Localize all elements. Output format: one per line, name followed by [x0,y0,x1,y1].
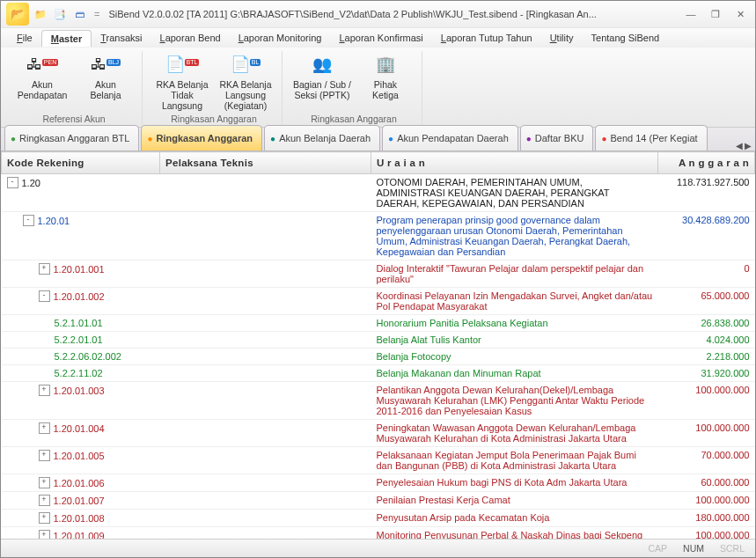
app-window: 📂 📁 📑 🗃 = SiBend V2.0.0.02 [TA 2011] G:\… [0,0,756,558]
expand-icon[interactable]: + [39,477,50,488]
row-code: 5.2.1.01.01 [55,318,103,328]
table-row[interactable]: +1.20.01.009Monitoring Penyusunan Perbal… [2,527,755,540]
row-uraian: Pelaksanaan Kegiatan Jemput Bola Penerim… [371,447,658,474]
row-pelaksana [160,261,371,288]
col-kode-rekening[interactable]: Kode Rekening [2,152,160,174]
menu-laporan-tutup-tahun[interactable]: Laporan Tutup Tahun [432,30,541,46]
people-icon: 👥 [307,51,337,77]
collapse-icon[interactable]: - [23,215,34,226]
menu-utility[interactable]: Utility [541,30,583,46]
table-row[interactable]: -1.20.01Program penerapan prinsip good g… [2,212,755,261]
table-row[interactable]: +1.20.01.006Penyelesaian Hukum bagi PNS … [2,474,755,492]
table-row[interactable]: -1.20OTONOMI DAERAH, PEMERINTAHAN UMUM, … [2,174,755,212]
status-num: NUM [683,543,704,554]
title-bar[interactable]: 📂 📁 📑 🗃 = SiBend V2.0.0.02 [TA 2011] G:\… [1,1,755,27]
row-anggaran: 100.000.000 [658,382,755,420]
menu-tentang-sibend[interactable]: Tentang SiBend [583,30,669,46]
row-uraian: Belanja Makanan dan Minuman Rapat [371,365,658,382]
qat-btn-2[interactable]: 📑 [52,6,68,22]
menu-laporan-konfirmasi[interactable]: Laporan Konfirmasi [330,30,431,46]
expand-icon[interactable]: + [39,530,50,539]
row-uraian: Dialog Interaktif "Tawuran Pelajar dalam… [371,261,658,288]
row-uraian: Koordinasi Pelayanan Izin Mengadakan Sur… [371,288,658,315]
row-pelaksana [160,315,371,332]
table-row[interactable]: -1.20.01.002Koordinasi Pelayanan Izin Me… [2,288,755,315]
org-icon: 🖧PEN [27,51,57,77]
tab-scroll-left[interactable]: ◀ [736,141,743,151]
tab-bend-14-per-kegiat[interactable]: ●Bend 14 (Per Kegiat [595,125,707,151]
table-row[interactable]: +1.20.01.008Penyusutan Arsip pada Kecama… [2,510,755,527]
doc-icon: 📄BL [231,51,261,77]
row-pelaksana [160,288,371,315]
menu-master[interactable]: Master [41,30,92,47]
expand-icon[interactable]: + [39,450,50,461]
org-icon: 🖧BLJ [91,51,121,77]
tab-daftar-bku[interactable]: ●Daftar BKU [520,125,594,151]
collapse-icon[interactable]: - [39,290,50,302]
ribbon-btn-akun-belanja[interactable]: 🖧BLJAkunBelanja [77,51,135,100]
menu-laporan-bend[interactable]: Laporan Bend [151,30,230,46]
qat-btn-1[interactable]: 📁 [33,6,48,22]
minimize-button[interactable]: — [681,9,701,20]
ribbon-btn-bagian-sub-seksi-pptk-[interactable]: 👥Bagian / Sub /Seksi (PPTK) [293,51,351,100]
menu-laporan-monitoring[interactable]: Laporan Monitoring [230,30,331,46]
row-uraian: Monitoring Penyusunan Perbal & Naskah Di… [371,527,658,540]
table-row[interactable]: 5.2.2.01.01Belanja Alat Tulis Kantor4.02… [2,332,755,349]
table-row[interactable]: +1.20.01.004Peningkatan Wawasan Anggota … [2,420,755,447]
row-anggaran: 100.000.000 [658,527,755,540]
window-title: SiBend V2.0.0.02 [TA 2011] G:\BRAJASOFT\… [108,9,681,19]
col-pelaksana-teknis[interactable]: Pelaksana Teknis [160,152,371,174]
ribbon: 🖧PENAkunPendapatan🖧BLJAkunBelanjaReferen… [1,48,755,128]
expand-icon[interactable]: + [39,422,50,434]
ribbon-btn-rka-belanja-langsung-kegiatan-[interactable]: 📄BLRKA BelanjaLangsung (Kegiatan) [217,51,275,111]
table-row[interactable]: +1.20.01.005Pelaksanaan Kegiatan Jemput … [2,447,755,474]
tab-akun-belanja-daerah[interactable]: ●Akun Belanja Daerah [264,125,380,151]
table-row[interactable]: +1.20.01.007Penilaian Prestasi Kerja Cam… [2,492,755,510]
row-pelaksana [160,447,371,474]
qat-separator: = [94,9,99,19]
app-icon[interactable]: 📂 [6,3,29,26]
collapse-icon[interactable]: - [7,177,18,188]
menu-file[interactable]: File [8,30,41,46]
row-code: 1.20.01.001 [54,264,105,275]
row-anggaran: 31.920.000 [658,365,755,382]
row-anggaran: 26.838.000 [658,315,755,332]
row-anggaran: 70.000.000 [658,447,755,474]
qat-btn-3[interactable]: 🗃 [71,6,87,22]
row-code: 5.2.2.01.01 [55,334,103,345]
tab-ringkasan-anggaran-btl[interactable]: ●Ringkasan Anggaran BTL [4,125,139,151]
row-anggaran: 118.731.927.500 [658,174,755,212]
row-code: 5.2.2.06.02.002 [55,351,121,362]
ribbon-btn-pihak-ketiga[interactable]: 🏢PihakKetiga [356,51,415,100]
row-pelaksana [160,174,371,212]
table-row[interactable]: +1.20.01.003Pelantikan Anggota Dewan Kel… [2,382,755,420]
row-anggaran: 65.000.000 [658,288,755,315]
expand-icon[interactable]: + [39,512,50,524]
ribbon-group: 👥Bagian / Sub /Seksi (PPTK)🏢PihakKetigaR… [286,51,422,127]
table-row[interactable]: 5.2.1.01.01Honorarium Panitia Pelaksana … [2,315,755,332]
ribbon-btn-rka-belanja-tidak-langsung[interactable]: 📄BTLRKA BelanjaTidak Langsung [153,51,211,111]
row-uraian: Program penerapan prinsip good governanc… [371,212,658,261]
expand-icon[interactable]: + [39,385,50,396]
expand-icon[interactable]: + [39,263,50,275]
row-pelaksana [160,212,371,261]
row-code: 1.20.01.003 [54,385,105,396]
row-uraian: Peningkatan Wawasan Anggota Dewan Kelura… [371,420,658,447]
close-button[interactable]: ✕ [730,9,750,20]
col-anggaran[interactable]: A n g g a r a n [658,152,755,174]
expand-icon[interactable]: + [39,495,50,506]
restore-button[interactable]: ❐ [706,9,725,20]
status-scrl: SCRL [720,543,745,554]
tab-akun-pendapatan-daerah[interactable]: ●Akun Pendapatan Daerah [382,125,518,151]
menu-transaksi[interactable]: Transaksi [92,30,150,46]
table-row[interactable]: 5.2.2.06.02.002Belanja Fotocopy2.218.000 [2,349,755,365]
row-uraian: OTONOMI DAERAH, PEMERINTAHAN UMUM, ADMIN… [371,174,658,212]
table-row[interactable]: 5.2.2.11.02Belanja Makanan dan Minuman R… [2,365,755,382]
tab-ringkasan-anggaran[interactable]: ●Ringkasan Anggaran [141,125,262,151]
status-cap: CAP [648,543,667,554]
ribbon-btn-akun-pendapatan[interactable]: 🖧PENAkunPendapatan [13,51,71,100]
tab-scroll-right[interactable]: ▶ [745,141,752,151]
col-uraian[interactable]: U r a i a n [371,152,658,174]
table-row[interactable]: +1.20.01.001Dialog Interaktif "Tawuran P… [2,261,755,288]
data-grid[interactable]: Kode Rekening Pelaksana Teknis U r a i a… [1,151,755,539]
